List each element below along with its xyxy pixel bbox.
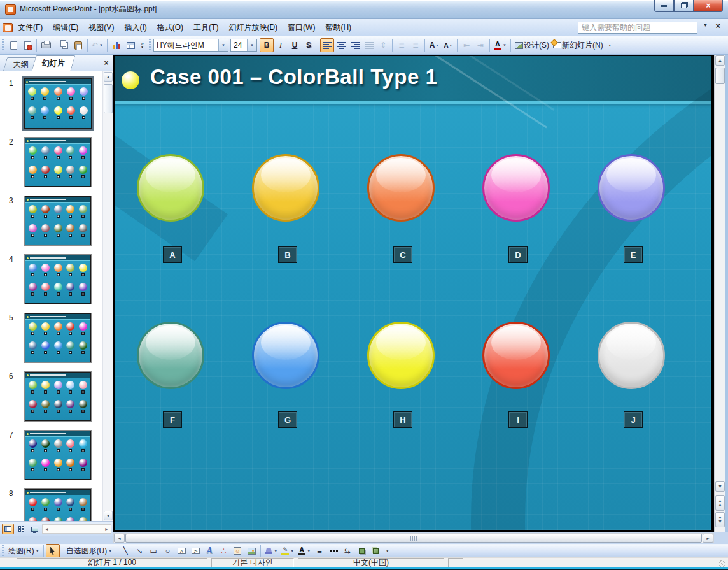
menu-file[interactable]: 文件(F) (13, 20, 48, 36)
menu-window[interactable]: 窗口(W) (283, 20, 320, 36)
ball-label-C[interactable]: C (393, 246, 412, 263)
align-right-button[interactable] (348, 38, 362, 52)
panel-horizontal-scrollbar[interactable]: ◄ ► (42, 524, 111, 534)
scroll-down-button[interactable]: ▼ (715, 481, 725, 492)
thumb-scrollbar-thumb[interactable] (104, 84, 113, 113)
print-button[interactable] (39, 38, 53, 52)
bold-button[interactable]: B (260, 38, 274, 52)
minimize-button[interactable] (654, 0, 674, 12)
line-style-button[interactable]: ≡ (312, 544, 326, 558)
help-search-input[interactable]: 键入需要帮助的问题 (578, 22, 697, 34)
color-ball-G[interactable] (252, 322, 319, 389)
scroll-right-button[interactable]: ► (703, 534, 713, 543)
color-ball-H[interactable] (367, 322, 435, 389)
numbered-list-button[interactable]: ≣ (395, 38, 409, 52)
color-ball-F[interactable] (137, 322, 204, 389)
arrow-tool-button[interactable]: ↘ (132, 544, 146, 558)
diagram-button[interactable]: ∴ (216, 544, 230, 558)
slide-vertical-scrollbar[interactable]: ▲ ▼ ▲▲ ▼▼ (714, 55, 725, 532)
insert-table-button[interactable] (123, 38, 137, 52)
formatting-toolbar-grip[interactable] (149, 39, 151, 52)
color-ball-B[interactable] (252, 154, 319, 222)
ball-label-J[interactable]: J (624, 411, 643, 428)
rectangle-tool-button[interactable]: ▭ (146, 544, 160, 558)
scroll-left-button[interactable]: ◄ (114, 534, 125, 543)
thumb-scroll-down-button[interactable]: ▼ (104, 511, 113, 520)
font-color-dropdown-icon[interactable]: ▼ (503, 43, 507, 47)
menu-edit[interactable]: 编辑(E) (48, 20, 83, 36)
draw-font-color-dropdown-icon[interactable]: ▼ (307, 549, 311, 553)
text-box-button[interactable]: A (174, 544, 188, 558)
font-color-button[interactable]: A▼ (492, 38, 508, 52)
draw-font-color-button[interactable]: A▼ (296, 544, 312, 558)
insert-picture-button[interactable] (244, 544, 258, 558)
font-size-combo[interactable]: 24▼ (230, 39, 257, 52)
new-document-button[interactable] (6, 38, 20, 52)
vertical-text-box-button[interactable]: A (188, 544, 202, 558)
normal-view-button[interactable] (2, 524, 14, 534)
slide-thumbnail-2[interactable]: 2 (0, 137, 102, 189)
color-ball-A[interactable] (137, 154, 204, 222)
panel-close-icon[interactable]: × (101, 57, 112, 69)
line-color-button[interactable]: ✎▼ (279, 544, 296, 558)
color-ball-I[interactable] (482, 322, 550, 389)
ball-label-F[interactable]: F (163, 411, 182, 428)
oval-tool-button[interactable]: ○ (160, 544, 174, 558)
align-center-button[interactable] (334, 38, 348, 52)
slideshow-view-button[interactable] (29, 524, 41, 534)
slide-thumbnail-5[interactable]: 5 (0, 313, 102, 364)
increase-font-button[interactable]: A▲ (427, 38, 441, 52)
slide-canvas[interactable]: Case 001 – ColorBall Type 1 ABCDEFGHIJ (113, 55, 714, 532)
resize-grip[interactable] (719, 560, 725, 567)
help-close-icon[interactable]: × (715, 21, 720, 31)
previous-slide-button[interactable]: ▲▲ (715, 495, 725, 511)
ball-label-I[interactable]: I (508, 411, 528, 428)
underline-button[interactable]: U (288, 38, 302, 52)
standard-toolbar-options-button[interactable]: »▼ (137, 38, 147, 53)
undo-button[interactable]: ↶▼ (90, 38, 105, 52)
menu-insert[interactable]: 插入(I) (119, 20, 151, 36)
wordart-button[interactable]: A (202, 544, 216, 558)
bullet-list-button[interactable]: ≣ (409, 38, 423, 52)
drawing-toolbar-options-button[interactable]: ▼ (382, 543, 392, 559)
arrow-style-button[interactable]: ⇆ (340, 544, 354, 558)
dash-style-button[interactable] (326, 544, 340, 558)
scroll-left-icon[interactable]: ◄ (45, 527, 49, 531)
align-left-button[interactable] (320, 38, 334, 52)
paste-button[interactable] (71, 38, 85, 52)
slide-thumbnail-3[interactable]: 3 (0, 196, 102, 247)
ball-label-D[interactable]: D (508, 246, 528, 263)
font-name-combo[interactable]: HY헤드라인M▼ (153, 39, 228, 52)
clip-art-button[interactable]: ☺ (230, 544, 244, 558)
scroll-right-icon[interactable]: ► (104, 527, 109, 531)
font-size-dropdown-icon[interactable]: ▼ (247, 39, 256, 51)
ball-label-E[interactable]: E (624, 246, 643, 263)
help-dropdown-icon[interactable]: ▼ (703, 23, 708, 27)
italic-button[interactable]: I (274, 38, 288, 52)
scroll-up-button[interactable]: ▲ (715, 55, 725, 66)
distribute-button[interactable] (362, 38, 376, 52)
ball-label-G[interactable]: G (278, 411, 297, 428)
autoshapes-menu-button[interactable]: 自选图形(U)▼ (64, 544, 115, 558)
menu-help[interactable]: 帮助(H) (320, 20, 356, 36)
slide-horizontal-scrollbar[interactable]: ◄ ► (113, 533, 714, 543)
fill-color-button[interactable]: ▼ (263, 544, 279, 558)
increase-indent-button[interactable]: ⇥ (473, 38, 487, 52)
color-ball-D[interactable] (482, 154, 550, 222)
thumb-scroll-up-button[interactable]: ▲ (104, 72, 113, 82)
select-objects-button[interactable] (46, 544, 60, 558)
draw-menu-button[interactable]: 绘图(R)▼ (6, 544, 41, 558)
menu-view[interactable]: 视图(V) (83, 20, 119, 36)
three-d-style-button[interactable] (368, 544, 382, 558)
menu-format[interactable]: 格式(O) (152, 20, 188, 36)
slide-sorter-view-button[interactable] (15, 524, 27, 534)
formatting-toolbar-options-button[interactable]: ▼ (605, 38, 615, 53)
close-button[interactable]: × (694, 0, 723, 12)
title-bullet-ball[interactable] (122, 71, 139, 89)
scrollbar-thumb[interactable] (715, 68, 725, 84)
insert-chart-button[interactable] (109, 38, 123, 52)
slide-thumbnail-4[interactable]: 4 (0, 254, 102, 306)
line-color-dropdown-icon[interactable]: ▼ (290, 549, 294, 553)
slide-thumbnail-6[interactable]: 6 (0, 371, 102, 423)
ball-label-B[interactable]: B (278, 246, 297, 263)
